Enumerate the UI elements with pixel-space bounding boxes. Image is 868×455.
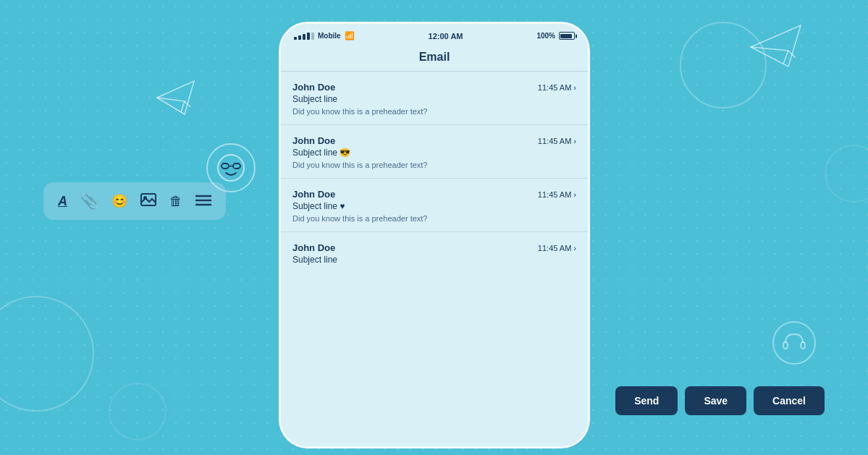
- email-time-4: 11:45 AM ›: [538, 244, 576, 252]
- svg-line-1: [157, 98, 185, 101]
- email-list: John Doe 11:45 AM › Subject line Did you…: [281, 72, 588, 446]
- delete-icon[interactable]: 🗑: [169, 194, 182, 209]
- svg-rect-14: [801, 342, 805, 349]
- email-item-1[interactable]: John Doe 11:45 AM › Subject line Did you…: [281, 72, 588, 125]
- paper-plane-left: [156, 80, 195, 119]
- status-time: 12:00 AM: [429, 32, 463, 41]
- save-button[interactable]: Save: [685, 386, 746, 415]
- email-sender-2: John Doe: [292, 135, 335, 146]
- carrier-label: Mobile: [318, 32, 341, 40]
- email-time-3: 11:45 AM ›: [538, 190, 576, 199]
- attachment-icon[interactable]: 📎: [80, 192, 98, 210]
- avatar-smiley-right: [772, 321, 816, 365]
- email-sender-1: John Doe: [292, 82, 335, 93]
- email-sender-3: John Doe: [292, 189, 335, 200]
- send-button[interactable]: Send: [615, 386, 678, 415]
- signal-indicator: [294, 33, 314, 40]
- wifi-icon: 📶: [345, 31, 355, 41]
- image-icon[interactable]: [140, 193, 156, 210]
- email-item-4[interactable]: John Doe 11:45 AM › Subject line: [281, 232, 588, 276]
- email-app-title: Email: [281, 45, 588, 72]
- deco-circle-left-bottom: [0, 296, 94, 412]
- text-format-icon[interactable]: A: [58, 194, 67, 209]
- email-subject-1: Subject line: [292, 94, 576, 104]
- svg-line-3: [751, 47, 788, 51]
- emoji-icon[interactable]: 😊: [111, 193, 127, 209]
- battery-percent: 100%: [536, 32, 555, 40]
- phone-mockup: Mobile 📶 12:00 AM 100% Email John Doe: [279, 22, 590, 448]
- deco-circle-right-top: [680, 22, 767, 109]
- email-sender-4: John Doe: [292, 242, 335, 253]
- svg-marker-0: [157, 81, 194, 114]
- menu-icon[interactable]: [195, 193, 211, 210]
- email-preview-3: Did you know this is a preheader text?: [292, 214, 576, 223]
- email-preview-2: Did you know this is a preheader text?: [292, 161, 576, 169]
- phone-frame: Mobile 📶 12:00 AM 100% Email John Doe: [279, 22, 590, 448]
- battery-icon: [559, 32, 575, 40]
- svg-rect-13: [783, 342, 788, 349]
- action-buttons: Send Save Cancel: [615, 386, 825, 415]
- email-preview-1: Did you know this is a preheader text?: [292, 107, 576, 116]
- email-item-2[interactable]: John Doe 11:45 AM › Subject line 😎 Did y…: [281, 125, 588, 179]
- status-right: 100%: [536, 32, 575, 40]
- status-bar: Mobile 📶 12:00 AM 100%: [281, 24, 588, 45]
- email-item-3[interactable]: John Doe 11:45 AM › Subject line ♥ Did y…: [281, 179, 588, 232]
- deco-circle-right-mid: [825, 145, 868, 203]
- svg-marker-2: [751, 25, 801, 67]
- email-time-2: 11:45 AM ›: [538, 137, 576, 145]
- paper-plane-right: [749, 22, 803, 72]
- svg-rect-10: [222, 163, 229, 169]
- email-time-1: 11:45 AM ›: [538, 83, 576, 92]
- email-subject-3: Subject line ♥: [292, 201, 576, 211]
- status-left: Mobile 📶: [294, 31, 355, 41]
- toolbar-card: A 📎 😊 🗑: [43, 182, 226, 220]
- deco-circle-left-top: [109, 383, 167, 441]
- cancel-button[interactable]: Cancel: [754, 386, 825, 415]
- avatar-smiley-left: [206, 143, 256, 192]
- email-subject-4: Subject line: [292, 255, 576, 265]
- svg-rect-11: [233, 163, 240, 169]
- email-subject-2: Subject line 😎: [292, 148, 576, 158]
